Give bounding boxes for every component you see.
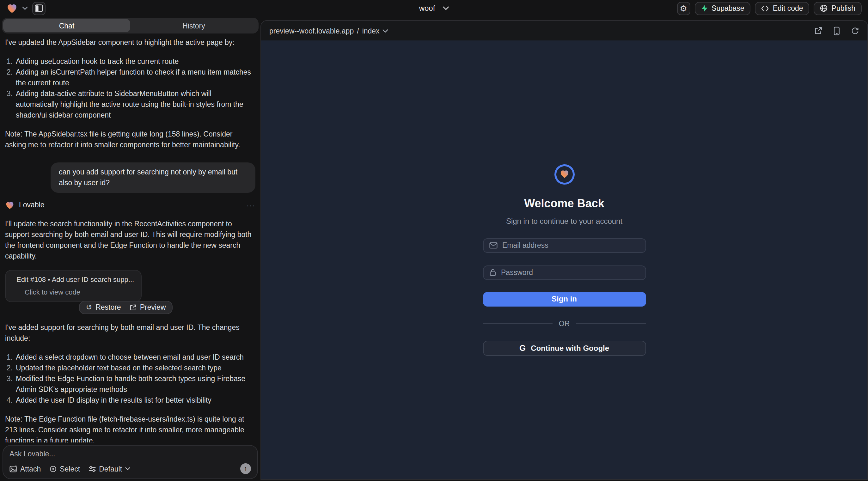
preview-button[interactable]: Preview: [130, 302, 166, 312]
list-item: Updated the placeholder text based on th…: [5, 362, 255, 373]
list-item: Adding an isCurrentPath helper function …: [5, 67, 255, 89]
sign-in-button[interactable]: Sign in: [483, 292, 646, 306]
edit-code-button[interactable]: Edit code: [755, 2, 809, 15]
app-logo: [554, 164, 575, 184]
restore-preview-group: ↺ Restore Preview: [79, 300, 173, 314]
list-item: Adding useLocation hook to track the cur…: [5, 56, 255, 67]
chat-input[interactable]: [9, 450, 251, 460]
project-chevron-down-icon: [442, 6, 449, 10]
mobile-view-icon[interactable]: [833, 26, 840, 35]
list-item: Added the user ID display in the results…: [5, 395, 255, 406]
mode-label: Default: [99, 465, 122, 473]
list-item-text: Modified the Edge Function to handle bot…: [16, 375, 245, 393]
open-in-new-tab-icon[interactable]: [814, 27, 823, 35]
lock-icon: [489, 269, 496, 276]
logo-chevron-down-icon[interactable]: [22, 6, 28, 10]
project-name: woof: [419, 4, 435, 13]
panel-left-icon: [35, 4, 43, 12]
assistant-note: Note: The Edge Function file (fetch-fire…: [5, 414, 255, 443]
list-item-text: Added a select dropdown to choose betwee…: [16, 353, 244, 361]
supabase-button[interactable]: Supabase: [694, 2, 751, 15]
chevron-down-icon: [383, 29, 389, 33]
select-target-icon: [49, 465, 57, 473]
publish-button[interactable]: Publish: [814, 2, 862, 15]
chat-composer: Attach Select: [3, 445, 258, 479]
list-item-text: Adding useLocation hook to track the cur…: [16, 58, 179, 65]
restore-label: Restore: [95, 302, 121, 312]
or-divider: OR: [483, 320, 646, 327]
preview-url-selector[interactable]: preview--woof.lovable.app / index: [269, 27, 389, 34]
login-card: Welcome Back Sign in to continue to your…: [483, 164, 646, 356]
google-g-icon: G: [519, 344, 526, 352]
envelope-icon: [489, 242, 497, 249]
message-menu-button[interactable]: ···: [247, 202, 255, 208]
supabase-bolt-icon: [701, 4, 708, 12]
supabase-label: Supabase: [712, 4, 744, 12]
attach-button[interactable]: Attach: [9, 465, 41, 473]
password-field-wrapper: [483, 265, 646, 280]
chat-messages: I've updated the AppSidebar component to…: [0, 33, 260, 443]
lovable-app-window: woof ⚙ Supabase Edit code: [0, 0, 868, 481]
publish-label: Publish: [832, 4, 855, 12]
chevron-down-icon: [125, 467, 130, 470]
restore-button[interactable]: ↺ Restore: [86, 302, 121, 312]
assistant-paragraph: I've updated the AppSidebar component to…: [5, 37, 255, 48]
email-field-wrapper: [483, 238, 646, 253]
list-item: Modified the Edge Function to handle bot…: [5, 373, 255, 395]
send-arrow-icon: ↑: [244, 465, 248, 472]
restore-icon: ↺: [86, 303, 92, 311]
app-heart-icon: [559, 169, 569, 179]
edit-code-label: Edit code: [773, 4, 803, 12]
preview-label: Preview: [140, 302, 166, 312]
list-item-text: Updated the placeholder text based on th…: [16, 364, 222, 371]
preview-panel: preview--woof.lovable.app / index: [260, 20, 868, 480]
lovable-avatar-heart-icon: [5, 201, 14, 210]
welcome-subtitle: Sign in to continue to your account: [483, 217, 646, 225]
settings-button[interactable]: ⚙: [677, 2, 690, 15]
send-button[interactable]: ↑: [240, 463, 251, 474]
refresh-icon[interactable]: [851, 27, 859, 35]
google-button-label: Continue with Google: [531, 344, 609, 352]
password-field[interactable]: [501, 269, 640, 276]
tab-history[interactable]: History: [130, 19, 257, 32]
globe-icon: [820, 4, 828, 12]
email-field[interactable]: [502, 242, 640, 249]
tab-chat[interactable]: Chat: [3, 19, 130, 32]
assistant-paragraph: I've added support for searching by both…: [5, 322, 255, 344]
sidebar-toggle-button[interactable]: [32, 2, 45, 15]
gear-icon: ⚙: [680, 4, 687, 12]
assistant-paragraph: I'll update the search functionality in …: [5, 219, 255, 262]
list-item-text: Adding an isCurrentPath helper function …: [16, 68, 251, 87]
preview-page: index: [362, 27, 380, 34]
list-item: Adding data-active attribute to SidebarM…: [5, 89, 255, 121]
code-brackets-icon: [762, 5, 769, 11]
top-bar: woof ⚙ Supabase Edit code: [0, 0, 868, 17]
chat-panel: Chat History I've updated the AppSidebar…: [0, 17, 260, 481]
list-item-text: Added the user ID display in the results…: [16, 396, 212, 404]
attach-image-icon: [9, 465, 17, 473]
preview-url: preview--woof.lovable.app: [269, 27, 354, 34]
google-sign-in-button[interactable]: G Continue with Google: [483, 340, 646, 356]
list-item: Added a select dropdown to choose betwee…: [5, 352, 255, 362]
assistant-note: Note: The AppSidebar.tsx file is getting…: [5, 129, 255, 151]
chat-history-tabs: Chat History: [2, 18, 258, 33]
mode-selector[interactable]: Default: [88, 465, 130, 473]
select-label: Select: [60, 465, 80, 473]
assistant-name: Lovable: [19, 200, 44, 211]
assistant-numbered-list: Adding useLocation hook to track the cur…: [5, 56, 255, 121]
attach-label: Attach: [20, 465, 41, 473]
project-switcher[interactable]: woof: [419, 4, 449, 13]
select-button[interactable]: Select: [49, 465, 80, 473]
assistant-numbered-list: Added a select dropdown to choose betwee…: [5, 352, 255, 406]
edit-card[interactable]: Edit #108 • Add user ID search supp... C…: [5, 270, 142, 302]
welcome-title: Welcome Back: [483, 197, 646, 210]
list-item-text: Adding data-active attribute to SidebarM…: [16, 90, 243, 119]
sliders-icon: [88, 465, 96, 473]
edit-card-subtitle: Click to view code: [12, 287, 135, 298]
preview-viewport: Welcome Back Sign in to continue to your…: [261, 40, 867, 479]
lovable-logo-heart-icon[interactable]: [6, 3, 18, 13]
edit-card-title: Edit #108 • Add user ID search supp...: [17, 274, 134, 285]
external-link-icon: [130, 304, 137, 311]
assistant-header: Lovable ···: [5, 200, 255, 211]
user-message-bubble: can you add support for searching not on…: [51, 162, 255, 193]
